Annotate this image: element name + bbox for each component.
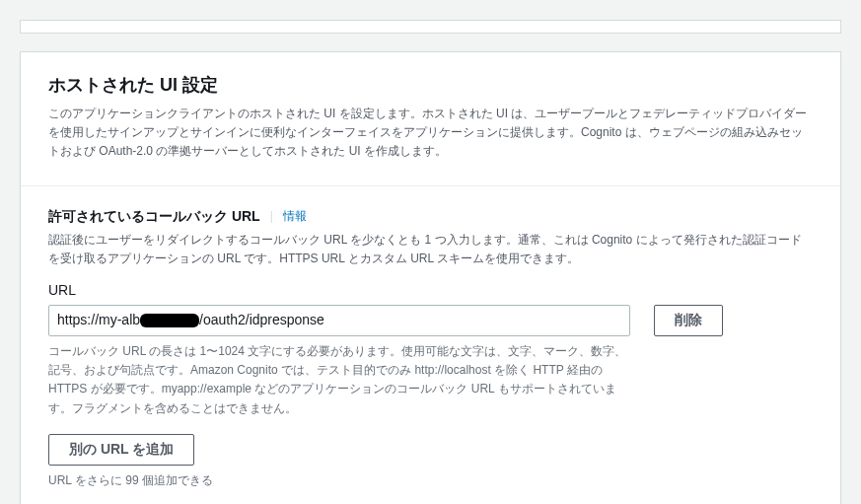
- callback-description: 認証後にユーザーをリダイレクトするコールバック URL を少なくとも 1 つ入力…: [48, 231, 813, 268]
- callback-remaining: URL をさらに 99 個追加できる: [48, 471, 813, 489]
- redacted-segment: [140, 314, 199, 327]
- url-label: URL: [48, 280, 813, 301]
- callback-title: 許可されているコールバック URL: [48, 206, 260, 227]
- callback-help-text: コールバック URL の長さは 1〜1024 文字にする必要があります。使用可能…: [48, 342, 630, 418]
- callback-url-section: 許可されているコールバック URL 情報 認証後にユーザーをリダイレクトするコー…: [48, 206, 813, 489]
- delete-url-button[interactable]: 削除: [654, 305, 723, 336]
- hosted-ui-panel: ホストされた UI 設定 このアプリケーションクライアントのホストされた UI …: [20, 51, 841, 504]
- hosted-ui-title: ホストされた UI 設定: [48, 72, 813, 99]
- divider: [21, 185, 840, 186]
- previous-panel-stub: [20, 20, 841, 34]
- add-url-button[interactable]: 別の URL を追加: [48, 434, 194, 466]
- hosted-ui-description: このアプリケーションクライアントのホストされた UI を設定します。ホストされた…: [48, 105, 813, 162]
- url-suffix: /oauth2/idpresponse: [199, 310, 324, 330]
- callback-url-input[interactable]: https://my-alb/oauth2/idpresponse: [48, 305, 630, 336]
- callback-info-link[interactable]: 情報: [270, 207, 307, 225]
- url-prefix: https://my-alb: [57, 310, 140, 330]
